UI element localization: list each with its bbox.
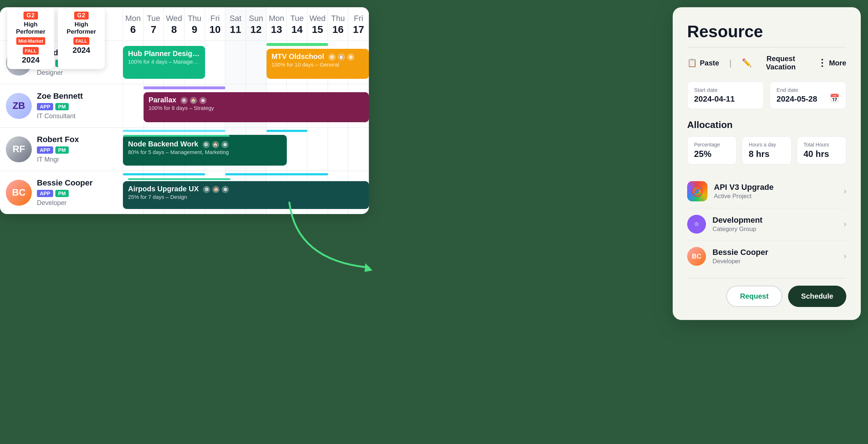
booking-title: Node Backend Work ⚙🏠⊕	[128, 140, 282, 148]
calendar-icon: 📅	[830, 94, 839, 103]
hours-day-label: Hours a day	[749, 142, 784, 148]
api-project-name: API V3 Upgrade	[714, 183, 837, 192]
resource-grid-floyd: Hub Planner Design ⚙🔒 100% for 4 days – …	[123, 41, 369, 84]
divider	[687, 47, 846, 47]
total-hours-field[interactable]: Total Hours 40 hrs	[797, 136, 846, 165]
day-wed8: Wed 8	[164, 7, 184, 40]
badge2-ribbon: FALL	[73, 37, 90, 45]
badge-2: G2 HighPerformer FALL 2024	[58, 7, 105, 69]
vacation-label: Request Vacation	[754, 55, 808, 71]
list-item-bessie[interactable]: BC Bessie Cooper Developer ›	[687, 240, 846, 272]
booking-airpods[interactable]: Airpods Upgrade UX ⚙🏠⊕ 25% for 7 days – …	[123, 181, 369, 209]
api-project-icon	[687, 181, 707, 201]
booking-sub: 80% for 5 days – Management, Marketing	[128, 149, 282, 155]
badge2-year: 2024	[61, 46, 101, 55]
booking-sub: 100% for 4 days – Manageme...	[128, 59, 200, 65]
date-fields: Start date 2024-04-11 End date 2024-05-2…	[687, 81, 846, 109]
day-fri10: Fri 10	[205, 7, 226, 40]
total-hours-label: Total Hours	[804, 142, 839, 148]
paste-label: Paste	[700, 59, 719, 67]
hours-day-value: 8 hrs	[749, 149, 784, 159]
development-text: Development Category Group	[712, 215, 837, 233]
badges-container: G2 HighPerformer Mid-Market FALL 2024 G2…	[7, 7, 105, 69]
resource-panel-title: Resource	[687, 22, 846, 41]
day-mon13: Mon 13	[267, 7, 287, 40]
more-dots-icon: ⋮	[817, 57, 827, 69]
day-name: Fri	[348, 14, 369, 23]
badge1-year: 2024	[11, 55, 51, 65]
day-num: 17	[348, 24, 369, 35]
resource-role-floyd: Designer	[37, 69, 115, 77]
schedule-button[interactable]: Schedule	[788, 286, 846, 307]
chevron-icon: ›	[844, 252, 846, 261]
development-sub: Category Group	[712, 226, 837, 233]
badge1-ribbon2: FALL	[23, 47, 39, 55]
percentage-field[interactable]: Percentage 25%	[687, 136, 737, 165]
svg-marker-0	[365, 263, 373, 272]
bessie-sub: Developer	[712, 258, 837, 265]
avatar-zoe: ZB	[6, 93, 32, 119]
paste-button[interactable]: 📋 Paste	[687, 58, 719, 68]
resource-tags-bessie: APP PM	[37, 190, 115, 197]
resource-details-robert: Robert Fox APP PM IT Mngr	[37, 135, 115, 163]
day-name: Sat	[225, 14, 246, 23]
percentage-label: Percentage	[694, 142, 730, 148]
avatar-bessie: BC	[6, 180, 32, 206]
day-mon6: Mon 6	[123, 7, 144, 40]
tag-pm: PM	[55, 103, 69, 110]
panel-footer: Request Schedule	[687, 286, 846, 307]
request-button[interactable]: Request	[726, 286, 782, 307]
list-item-development[interactable]: Development Category Group ›	[687, 208, 846, 240]
day-name: Wed	[164, 14, 184, 23]
day-num: 14	[287, 24, 307, 35]
day-name: Thu	[328, 14, 348, 23]
day-fri17: Fri 17	[348, 7, 369, 40]
percentage-value: 25%	[694, 149, 730, 159]
small-bar-bessie-1	[123, 173, 205, 175]
day-thu16: Thu 16	[328, 7, 349, 40]
resource-details-bessie: Bessie Cooper APP PM Developer	[37, 178, 115, 207]
hours-day-field[interactable]: Hours a day 8 hrs	[742, 136, 791, 165]
start-date-label: Start date	[694, 87, 757, 93]
tag-pm: PM	[55, 146, 69, 154]
end-date-field[interactable]: End date 2024-05-28 📅	[770, 81, 846, 109]
resource-grid-bessie: Airpods Upgrade UX ⚙🏠⊕ 25% for 7 days – …	[123, 171, 369, 214]
badge1-ribbon1: Mid-Market	[16, 37, 46, 45]
tag-app: APP	[37, 146, 53, 154]
booking-parallax[interactable]: Parallax ⚙🏠⊕ 100% for 8 days – Strategy	[144, 92, 369, 122]
day-num: 9	[184, 24, 205, 35]
booking-node-backend[interactable]: Node Backend Work ⚙🏠⊕ 80% for 5 days – M…	[123, 135, 287, 166]
bessie-text: Bessie Cooper Developer	[712, 248, 837, 265]
api-project-text: API V3 Upgrade Active Project	[714, 183, 837, 200]
request-vacation-button[interactable]: ✏️ Request Vacation	[742, 55, 808, 71]
tag-app: APP	[37, 190, 53, 197]
more-label: More	[829, 59, 846, 67]
badge1-g2: G2	[24, 12, 38, 20]
day-sat11: Sat 11	[225, 7, 246, 40]
resource-grid-robert: Node Backend Work ⚙🏠⊕ 80% for 5 days – M…	[123, 128, 369, 171]
resource-tags-zoe: APP PM	[37, 103, 115, 110]
resource-row-robert: RF Robert Fox APP PM IT Mngr	[0, 128, 369, 171]
avatar-initials-robert: RF	[6, 136, 32, 162]
day-num: 7	[144, 24, 164, 35]
small-bar-floyd	[267, 43, 328, 46]
list-item-api-project[interactable]: API V3 Upgrade Active Project ›	[687, 175, 846, 208]
more-button[interactable]: ⋮ More	[817, 57, 846, 69]
booking-hub-planner[interactable]: Hub Planner Design ⚙🔒 100% for 4 days – …	[123, 46, 205, 79]
resource-name-zoe: Zoe Bennett	[37, 91, 115, 101]
day-wed15: Wed 15	[307, 7, 328, 40]
start-date-value: 2024-04-11	[694, 94, 757, 104]
resource-row-zoe: ZB Zoe Bennett APP PM IT Consultant	[0, 84, 369, 128]
resource-role-robert: IT Mngr	[37, 156, 115, 163]
booking-mtv-oldschool[interactable]: MTV Oldschool ⚙📋⊕ 100% for 10 days – Gen…	[267, 49, 369, 79]
day-num: 10	[205, 24, 225, 35]
small-bar-robert-2	[267, 130, 307, 132]
start-date-field[interactable]: Start date 2024-04-11	[687, 81, 764, 109]
tag-app: APP	[37, 103, 53, 110]
svg-point-7	[694, 222, 699, 226]
small-bar-robert-1	[123, 130, 225, 132]
badge2-g2: G2	[74, 12, 88, 20]
day-thu9: Thu 9	[184, 7, 205, 40]
day-num: 13	[267, 24, 287, 35]
day-name: Tue	[144, 14, 164, 23]
